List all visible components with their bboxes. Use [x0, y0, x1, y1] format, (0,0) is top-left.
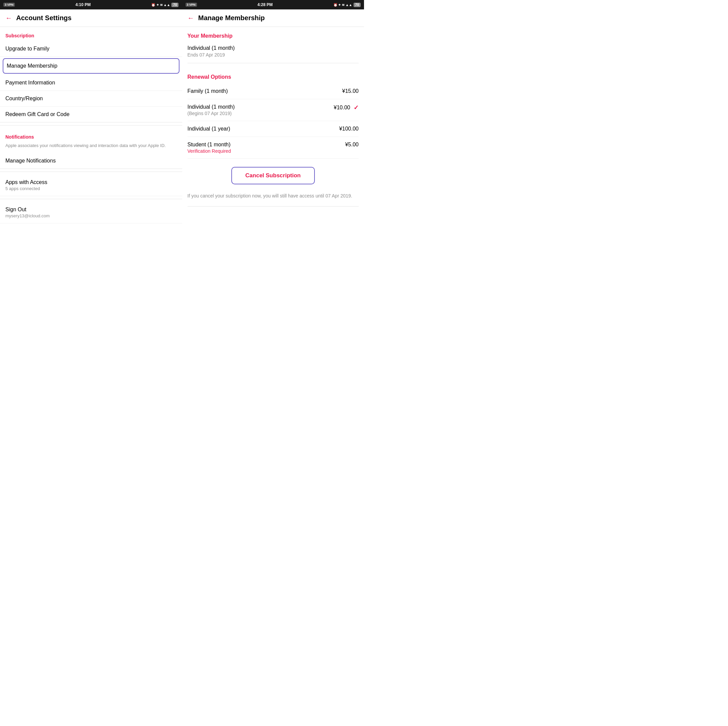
right-screen: 3 VPN 4:28 PM ⏰ ✦ ≋ ▲▲ 70 ← Manage Membe…	[182, 0, 364, 363]
renewal-option-family-price: ¥15.00	[342, 88, 359, 94]
renewal-option-family-name: Family (1 month)	[188, 88, 343, 94]
renewal-option-student-price: ¥5.00	[345, 142, 359, 148]
renewal-option-individual-year-name: Individual (1 year)	[188, 126, 340, 132]
menu-item-manage-notifications[interactable]: Manage Notifications	[0, 153, 182, 169]
renewal-option-student[interactable]: Student (1 month) Verification Required …	[188, 137, 359, 159]
left-battery: 70	[171, 3, 179, 7]
back-button-right[interactable]: ←	[188, 14, 194, 22]
sign-out-subtext: mysery13@icloud.com	[5, 213, 177, 218]
right-page-title: Manage Membership	[198, 14, 265, 22]
renewal-option-individual-month[interactable]: Individual (1 month) (Begins 07 Apr 2019…	[188, 99, 359, 121]
right-content: Your Membership Individual (1 month) End…	[182, 27, 364, 207]
left-page-title: Account Settings	[16, 14, 71, 22]
renewal-option-individual-month-sub: (Begins 07 Apr 2019)	[188, 111, 334, 116]
back-button-left[interactable]: ←	[5, 14, 12, 22]
right-battery: 70	[353, 3, 361, 7]
cancel-subscription-button[interactable]: Cancel Subscription	[231, 167, 315, 185]
cancel-info: If you cancel your subscription now, you…	[188, 192, 359, 207]
apps-access-label: Apps with Access	[5, 179, 177, 185]
selected-checkmark: ✓	[353, 104, 359, 111]
sign-out-label: Sign Out	[5, 207, 177, 213]
renewal-option-student-right: ¥5.00	[345, 142, 359, 148]
notifications-description: Apple associates your notifications view…	[0, 142, 182, 153]
menu-item-country-region[interactable]: Country/Region	[0, 91, 182, 107]
subscription-section-label: Subscription	[0, 27, 182, 41]
renewal-section: Renewal Options Family (1 month) ¥15.00 …	[188, 63, 359, 159]
left-status-bar: 3 VPN 4:10 PM ⏰ ✦ ≋ ▲▲ 70	[0, 0, 182, 9]
menu-item-apps-access[interactable]: Apps with Access 5 apps connected	[0, 175, 182, 196]
your-membership-header: Your Membership	[188, 27, 359, 43]
menu-item-sign-out[interactable]: Sign Out mysery13@icloud.com	[0, 202, 182, 223]
left-status-icons: ⏰ ✦ ≋ ▲▲ 70	[151, 3, 179, 7]
renewal-option-individual-month-right: ¥10.00 ✓	[334, 104, 359, 111]
renewal-option-family[interactable]: Family (1 month) ¥15.00	[188, 84, 359, 99]
right-status-bar: 3 VPN 4:28 PM ⏰ ✦ ≋ ▲▲ 70	[182, 0, 364, 9]
menu-item-upgrade-family[interactable]: Upgrade to Family	[0, 41, 182, 57]
renewal-option-family-right: ¥15.00	[342, 88, 359, 94]
menu-item-manage-membership[interactable]: Manage Membership	[3, 58, 179, 74]
right-time: 4:28 PM	[257, 2, 272, 7]
left-header: ← Account Settings	[0, 9, 182, 27]
left-screen: 3 VPN 4:10 PM ⏰ ✦ ≋ ▲▲ 70 ← Account Sett…	[0, 0, 182, 363]
menu-item-redeem[interactable]: Redeem Gift Card or Code	[0, 107, 182, 122]
renewal-option-individual-year-left: Individual (1 year)	[188, 126, 340, 132]
membership-row: Individual (1 month) Ends 07 Apr 2019	[188, 43, 359, 63]
left-time: 4:10 PM	[75, 2, 90, 7]
renewal-option-student-verification: Verification Required	[188, 148, 345, 154]
notifications-section-label: Notifications	[0, 128, 182, 142]
right-header: ← Manage Membership	[182, 9, 364, 27]
apps-access-subtext: 5 apps connected	[5, 186, 177, 191]
membership-expiry: Ends 07 Apr 2019	[188, 52, 359, 58]
left-body: Subscription Upgrade to Family Manage Me…	[0, 27, 182, 363]
renewal-option-individual-month-left: Individual (1 month) (Begins 07 Apr 2019…	[188, 104, 334, 116]
renewal-option-individual-year-right: ¥100.00	[339, 126, 359, 132]
menu-item-payment[interactable]: Payment Information	[0, 75, 182, 91]
right-status-icons: ⏰ ✦ ≋ ▲▲ 70	[333, 3, 361, 7]
right-vpn-badge: 3 VPN	[185, 3, 197, 7]
divider-2	[0, 172, 182, 172]
renewal-option-individual-year[interactable]: Individual (1 year) ¥100.00	[188, 121, 359, 137]
renewal-option-student-name: Student (1 month)	[188, 142, 345, 148]
membership-name: Individual (1 month)	[188, 45, 359, 51]
divider-1	[0, 125, 182, 125]
divider-3	[0, 199, 182, 199]
renewal-option-individual-month-price: ¥10.00	[334, 105, 350, 111]
right-body: Your Membership Individual (1 month) End…	[182, 27, 364, 363]
renewal-option-individual-month-name: Individual (1 month)	[188, 104, 334, 110]
renewal-option-student-left: Student (1 month) Verification Required	[188, 142, 345, 154]
renewal-option-individual-year-price: ¥100.00	[339, 126, 359, 132]
renewal-option-family-left: Family (1 month)	[188, 88, 343, 94]
renewal-options-header: Renewal Options	[188, 68, 359, 84]
left-vpn-badge: 3 VPN	[3, 3, 15, 7]
